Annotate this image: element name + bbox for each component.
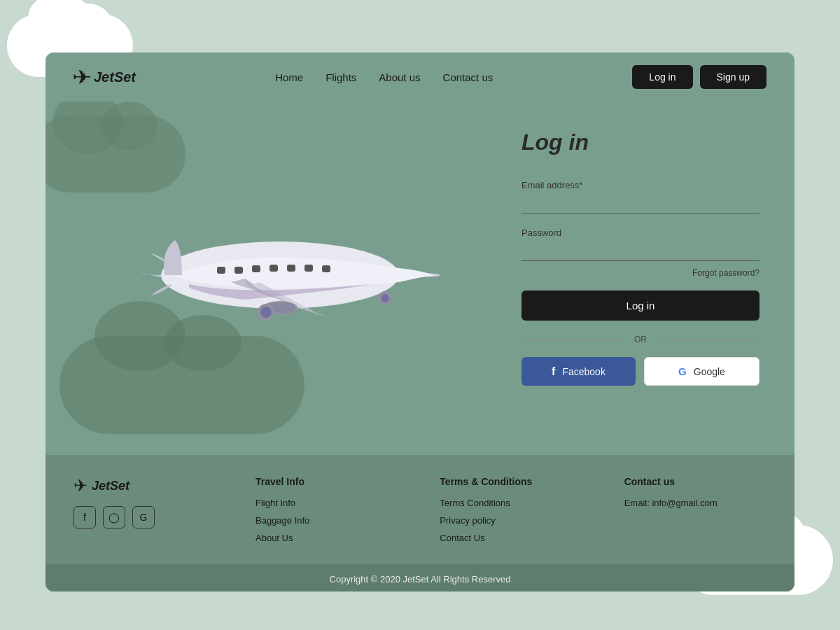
or-text: OR (634, 335, 647, 344)
footer-facebook-icon[interactable]: f (74, 506, 96, 528)
nav-home[interactable]: Home (275, 71, 303, 83)
social-buttons: f Facebook G Google (522, 357, 760, 386)
footer-baggage-info[interactable]: Baggage Info (255, 515, 398, 526)
footer-contact-title: Contact us (624, 476, 766, 487)
facebook-button[interactable]: f Facebook (522, 357, 636, 386)
email-label: Email address* (522, 180, 760, 190)
content-area: Log in Email address* Password Forgot pa… (46, 102, 794, 455)
footer-logo-text: JetSet (92, 479, 130, 493)
footer-travel-info: Travel Info Flight Info Baggage Info Abo… (255, 476, 398, 550)
google-icon: G (678, 365, 687, 377)
svg-point-11 (381, 294, 389, 302)
email-input[interactable] (522, 193, 760, 214)
svg-rect-7 (322, 265, 330, 272)
password-form-group: Password (522, 227, 760, 261)
footer-email: Email: info@gmail.com (624, 498, 766, 508)
logo[interactable]: ✈ JetSet (74, 66, 136, 89)
or-line-right (657, 340, 760, 340)
login-button[interactable]: Log in (632, 65, 692, 89)
password-input[interactable] (522, 241, 760, 261)
footer-google-icon[interactable]: G (132, 506, 155, 528)
google-button[interactable]: G Google (644, 357, 760, 386)
or-divider: OR (522, 335, 760, 344)
svg-rect-4 (270, 265, 278, 272)
nav-about[interactable]: About us (379, 71, 420, 83)
footer-flight-info[interactable]: Flight Info (255, 498, 398, 508)
signup-button[interactable]: Sign up (700, 65, 766, 89)
or-line-left (522, 340, 624, 340)
copyright-text: Copyright © 2020 JetSet All Rights Reser… (330, 574, 511, 584)
svg-point-13 (260, 307, 272, 318)
svg-rect-6 (304, 265, 313, 272)
nav-actions: Log in Sign up (632, 65, 766, 89)
footer-bottom: Copyright © 2020 JetSet All Rights Reser… (46, 564, 794, 592)
nav-contact[interactable]: Contact us (443, 71, 493, 83)
svg-rect-5 (287, 265, 295, 272)
footer-terms-col: Terms & Conditions Terms Conditions Priv… (440, 476, 582, 550)
svg-rect-2 (234, 267, 243, 274)
footer-terms-title: Terms & Conditions (440, 476, 582, 487)
footer-logo[interactable]: ✈ JetSet (74, 476, 214, 496)
footer-instagram-icon[interactable]: ◯ (103, 506, 125, 528)
facebook-icon: f (552, 365, 555, 378)
facebook-label: Facebook (562, 366, 605, 377)
footer-about-us[interactable]: About Us (255, 533, 398, 543)
footer-contact-col: Contact us Email: info@gmail.com (624, 476, 766, 550)
navbar: ✈ JetSet Home Flights About us Contact u… (46, 52, 794, 102)
footer-social-icons: f ◯ G (74, 506, 214, 528)
log-in-button[interactable]: Log in (522, 290, 760, 321)
bg-cloud-1 (46, 115, 186, 192)
forgot-password-link[interactable]: Forgot password? (522, 268, 760, 278)
logo-text: JetSet (94, 69, 136, 85)
main-card: ✈ JetSet Home Flights About us Contact u… (46, 52, 794, 592)
google-label: Google (694, 366, 725, 377)
svg-rect-1 (217, 267, 225, 274)
nav-links: Home Flights About us Contact us (275, 71, 493, 83)
footer-contact-us-link[interactable]: Contact Us (440, 533, 582, 543)
footer-airplane-icon: ✈ (74, 476, 88, 496)
login-title: Log in (522, 130, 760, 155)
footer-content: ✈ JetSet f ◯ G Travel Info Flight Info B… (74, 476, 766, 564)
left-panel (46, 102, 500, 455)
right-panel: Log in Email address* Password Forgot pa… (500, 102, 794, 455)
airplane-logo-icon: ✈ (72, 66, 92, 89)
footer-privacy-policy[interactable]: Privacy policy (440, 515, 582, 526)
airplane-illustration (105, 195, 441, 363)
email-form-group: Email address* (522, 180, 760, 214)
svg-rect-3 (252, 265, 260, 272)
footer-terms-conditions[interactable]: Terms Conditions (440, 498, 582, 508)
nav-flights[interactable]: Flights (326, 71, 356, 83)
footer-logo-section: ✈ JetSet f ◯ G (74, 476, 214, 550)
password-label: Password (522, 227, 760, 238)
footer: ✈ JetSet f ◯ G Travel Info Flight Info B… (46, 455, 794, 592)
footer-travel-title: Travel Info (255, 476, 398, 487)
